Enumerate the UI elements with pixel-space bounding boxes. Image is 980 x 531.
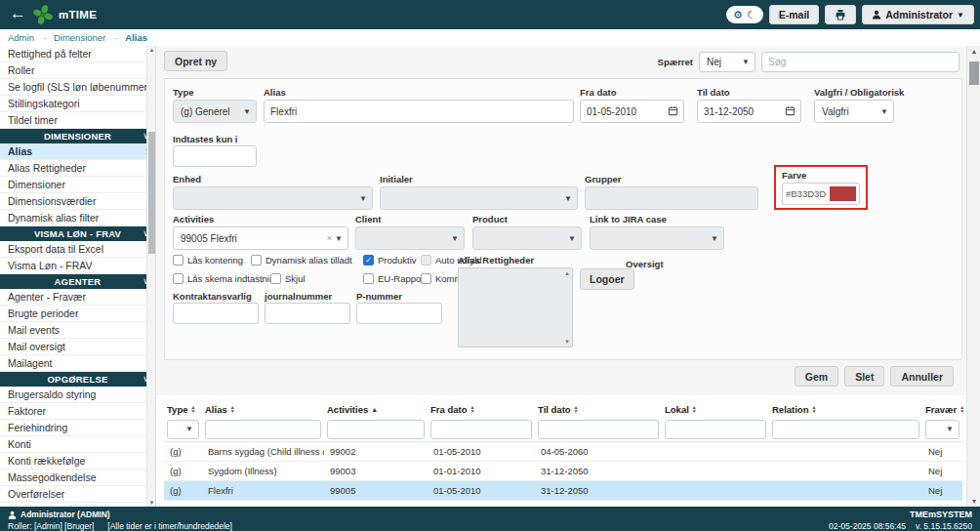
column-header-til-dato[interactable]: Til dato▲▼ — [535, 404, 662, 415]
delete-button[interactable]: Slet — [844, 366, 884, 387]
logos-button[interactable]: Logoer — [580, 268, 634, 290]
sidebar-item-stillingskategori[interactable]: Stillingskategori — [0, 96, 155, 112]
main-scrollbar[interactable]: ▲ ▼ — [966, 46, 980, 507]
activities-select[interactable]: 99005 Flexfri × ▼ — [173, 226, 348, 250]
sidebar-item-eksport-data-til-excel[interactable]: Eksport data til Excel — [0, 241, 155, 258]
calendar-icon[interactable] — [785, 105, 796, 116]
sidebar-item-konti-raekkefolge[interactable]: Konti rækkefølge — [0, 453, 155, 470]
filter-type-select[interactable]: ▼ — [167, 420, 199, 439]
scrollbar-thumb[interactable] — [148, 132, 155, 254]
alias-rights-listbox[interactable]: ▲ ▼ — [458, 267, 573, 347]
optional-select[interactable]: Valgfri ▼ — [814, 100, 894, 123]
table-row-barns-sygdag[interactable]: (g) Barns sygdag (Child illness day) 990… — [164, 442, 962, 462]
column-header-fra-dato[interactable]: Fra dato▲▼ — [428, 404, 535, 415]
blocked-select[interactable]: Nej ▼ — [699, 52, 755, 72]
column-header-alias[interactable]: Alias▲▼ — [202, 404, 324, 415]
sidebar-item-massegodkendelse[interactable]: Massegodkendelse — [0, 470, 155, 486]
filter-alias-input[interactable] — [205, 420, 321, 439]
initials-select[interactable]: ▼ — [380, 186, 578, 210]
sort-icon[interactable]: ▲▼ — [960, 405, 964, 413]
calendar-icon[interactable] — [668, 105, 678, 116]
scroll-down-icon[interactable]: ▼ — [564, 339, 570, 345]
sort-icon[interactable]: ▲▼ — [692, 405, 697, 413]
sidebar-item-brugersaldo-styring[interactable]: Brugersaldo styring — [0, 387, 155, 403]
sidebar-item-feriehindring[interactable]: Feriehindring — [0, 420, 155, 436]
save-button[interactable]: Gem — [795, 366, 838, 387]
sidebar-item-se-logfil[interactable]: Se logfil (SLS løn løbenummer) — [0, 79, 155, 96]
filter-lokal-input[interactable] — [665, 420, 766, 439]
entered-only-in-input[interactable] — [173, 145, 257, 167]
scroll-up-icon[interactable]: ▲ — [564, 270, 570, 276]
checkbox-dynamisk-alias-tilladt[interactable]: Dynamisk alias tilladt — [251, 255, 352, 266]
sidebar-section-visma-lon-frav[interactable]: VISMA LØN - FRAV∨ — [0, 226, 155, 241]
sidebar-item-mail-oversigt[interactable]: Mail oversigt — [0, 339, 155, 355]
print-button[interactable] — [825, 5, 856, 24]
scroll-down-icon[interactable]: ▼ — [147, 500, 156, 506]
sidebar-section-opgorelse[interactable]: OPGØRELSE∨ — [0, 372, 155, 387]
jira-select[interactable]: ▼ — [590, 226, 724, 250]
gear-icon[interactable]: ⚙ — [733, 6, 743, 23]
client-select[interactable]: ▼ — [355, 226, 465, 250]
sidebar-item-dimensionsvaerdier[interactable]: Dimensionsværdier — [0, 193, 155, 210]
user-menu-button[interactable]: Administrator ▼ — [862, 5, 974, 24]
sidebar-item-rettighed-pa-felter[interactable]: Rettighed på felter — [0, 46, 155, 62]
sidebar-item-roller[interactable]: Roller — [0, 62, 155, 79]
unit-select[interactable]: ▼ — [173, 186, 373, 210]
sort-icon[interactable]: ▲▼ — [811, 405, 816, 413]
sidebar-item-alias[interactable]: Alias› — [0, 143, 155, 160]
sidebar-item-agenter-fravaer[interactable]: Agenter - Fravær — [0, 289, 155, 306]
type-select[interactable]: (g) Generel ▼ — [173, 100, 257, 123]
sort-icon[interactable]: ▲▼ — [574, 405, 579, 413]
column-header-relation[interactable]: Relation▲▼ — [769, 404, 922, 415]
checkbox-skjul[interactable]: Skjul — [270, 273, 306, 284]
p-number-input[interactable] — [356, 303, 442, 324]
email-button[interactable]: E-mail — [769, 5, 820, 24]
from-date-field[interactable] — [580, 100, 684, 123]
scrollbar-thumb[interactable] — [969, 61, 979, 85]
color-field[interactable]: #B33D3D — [782, 183, 860, 205]
sidebar-item-konti[interactable]: Konti — [0, 436, 155, 453]
breadcrumb-admin[interactable]: Admin — [8, 32, 34, 43]
sort-icon[interactable]: ▲▼ — [230, 405, 235, 413]
sidebar-section-dimensioner[interactable]: DIMENSIONER∨ — [0, 129, 155, 143]
search-input[interactable] — [761, 52, 960, 72]
to-date-field[interactable] — [697, 100, 801, 123]
column-header-type[interactable]: Type▲▼ — [164, 404, 202, 415]
sidebar-scrollbar[interactable]: ▲ ▼ — [146, 46, 155, 507]
sidebar-item-visma-lon-frav[interactable]: Visma Løn - FRAV — [0, 258, 155, 274]
sidebar-section-agenter[interactable]: AGENTER∨ — [0, 274, 155, 289]
checkbox-produktiv[interactable]: Produktiv — [363, 255, 417, 266]
sidebar-item-mailagent[interactable]: Mailagent — [0, 355, 155, 372]
table-row-sygdom[interactable]: (g) Sygdom (Illness) 99003 01-01-2010 31… — [164, 462, 962, 481]
checkbox-las-kontering[interactable]: Lås kontering — [173, 255, 243, 266]
scroll-up-icon[interactable]: ▲ — [147, 47, 156, 53]
scroll-up-icon[interactable]: ▲ — [967, 48, 980, 55]
journal-number-input[interactable] — [265, 303, 350, 324]
groups-select[interactable] — [585, 186, 758, 210]
checkbox-las-skema-indtastning[interactable]: Lås skema indtastning — [173, 273, 280, 284]
filter-relation-input[interactable] — [772, 420, 919, 439]
filter-fravaer-select[interactable]: ▼ — [925, 420, 960, 439]
column-header-lokal[interactable]: Lokal▲▼ — [662, 404, 769, 415]
sidebar-item-mail-events[interactable]: Mail events — [0, 322, 155, 339]
back-arrow-icon[interactable]: ← — [10, 4, 26, 23]
create-new-button[interactable]: Opret ny — [164, 51, 227, 71]
sidebar-item-alias-rettigheder[interactable]: Alias Rettigheder — [0, 160, 155, 177]
sidebar-item-dynamisk-alias-filter[interactable]: Dynamisk alias filter — [0, 210, 155, 226]
sort-icon[interactable]: ▲▼ — [190, 405, 195, 413]
sort-icon[interactable]: ▲▼ — [470, 405, 474, 413]
column-header-fravaer[interactable]: Fravær▲▼ — [922, 404, 962, 415]
filter-activities-input[interactable] — [327, 420, 425, 439]
sidebar-item-tildel-timer[interactable]: Tildel timer — [0, 112, 155, 129]
filter-til-dato-input[interactable] — [538, 420, 659, 439]
contract-responsible-input[interactable] — [173, 303, 259, 324]
theme-toggle[interactable]: ⚙ ☾ — [726, 6, 763, 23]
table-row-flexfri[interactable]: (g) Flexfri 99005 01-05-2010 31-12-2050 … — [164, 481, 962, 501]
alias-input[interactable] — [264, 100, 574, 123]
sort-asc-icon[interactable]: ▲ — [371, 406, 378, 413]
breadcrumb-dimensioner[interactable]: Dimensioner — [54, 32, 105, 43]
sidebar-item-faktorer[interactable]: Faktorer — [0, 403, 155, 420]
scroll-down-icon[interactable]: ▼ — [967, 498, 980, 505]
sidebar-item-overforelser[interactable]: Overførelser — [0, 486, 155, 503]
checkbox-eu-rapport[interactable]: EU-Rapport — [363, 273, 427, 284]
